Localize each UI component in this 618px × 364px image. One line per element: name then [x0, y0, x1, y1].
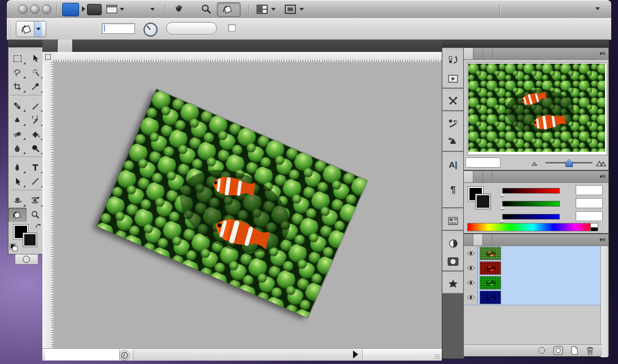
layer-comps-panel-button[interactable] — [442, 212, 464, 230]
tool-presets-panel-button[interactable] — [442, 92, 464, 110]
channel-row-red[interactable] — [464, 261, 602, 276]
rotate-all-windows-checkbox[interactable] — [228, 24, 236, 32]
visibility-toggle[interactable] — [464, 246, 478, 261]
window-resize-grip[interactable] — [434, 354, 440, 359]
tool-brush[interactable] — [27, 99, 45, 113]
tool-pen[interactable] — [8, 160, 27, 174]
tool-preset-dropdown[interactable] — [34, 21, 42, 37]
tab-paths[interactable] — [483, 234, 493, 245]
3d-panel-button[interactable] — [442, 275, 464, 293]
history-panel-button[interactable] — [442, 51, 464, 69]
status-menu-arrow[interactable] — [353, 350, 358, 358]
tab-clown-fish[interactable] — [58, 40, 73, 52]
tab-color[interactable] — [464, 171, 473, 182]
channel-row-rgb[interactable] — [464, 246, 602, 261]
spectrum-bw-swatches[interactable] — [590, 223, 598, 231]
red-value-field[interactable] — [576, 185, 603, 195]
visibility-toggle[interactable] — [464, 261, 478, 275]
tool-3d-rotate[interactable] — [8, 194, 27, 208]
red-slider-thumb[interactable] — [500, 193, 504, 196]
zoom-out-icon[interactable] — [532, 161, 538, 166]
navigator-zoom-field[interactable] — [465, 157, 501, 168]
reset-view-button[interactable] — [166, 22, 217, 35]
toolbar-collapse-header[interactable] — [8, 40, 46, 47]
arrange-dropdown-arrow[interactable] — [271, 8, 276, 11]
current-tool-preset-button[interactable] — [16, 21, 46, 37]
blue-slider-thumb[interactable] — [500, 219, 504, 222]
tab-swatches[interactable] — [473, 171, 483, 182]
tab-navigator[interactable] — [464, 48, 473, 59]
actions-panel-button[interactable] — [442, 69, 464, 87]
zoom-tool-icon[interactable] — [201, 4, 211, 14]
panel-menu-icon[interactable]: ▾≡ — [599, 48, 608, 59]
zoom-dropdown-arrow[interactable] — [150, 8, 155, 11]
window-minimize-button[interactable] — [30, 5, 40, 14]
navigator-preview[interactable] — [467, 63, 607, 155]
tool-rectangular-marquee[interactable] — [8, 51, 27, 65]
tool-crop[interactable] — [8, 80, 27, 94]
panel-dock-collapse-header[interactable] — [463, 40, 609, 47]
green-slider-thumb[interactable] — [500, 206, 504, 209]
screen-mode-dropdown-arrow[interactable] — [299, 8, 304, 11]
canvas-viewport[interactable] — [54, 62, 442, 348]
brushes-panel-button[interactable] — [442, 115, 464, 133]
tool-type[interactable] — [27, 160, 45, 174]
tab-layers[interactable] — [464, 234, 473, 245]
tab-styles[interactable] — [483, 171, 493, 182]
green-slider[interactable] — [502, 201, 560, 207]
extras-dropdown-arrow[interactable] — [120, 8, 124, 11]
options-bar-grip[interactable] — [8, 20, 12, 37]
tool-magic-wand[interactable] — [27, 65, 45, 80]
blue-value-field[interactable] — [576, 211, 603, 221]
status-zoom-field[interactable] — [45, 349, 120, 360]
delete-channel-button[interactable] — [586, 346, 594, 355]
window-zoom-button[interactable] — [42, 5, 51, 14]
new-channel-button[interactable] — [570, 346, 579, 355]
green-value-field[interactable] — [576, 198, 603, 208]
arrange-documents-icon[interactable] — [256, 5, 268, 14]
quick-mask-button[interactable] — [15, 254, 38, 265]
panel-menu-icon[interactable]: ▾≡ — [599, 234, 608, 245]
background-color-swatch[interactable] — [23, 233, 37, 247]
adjustments-panel-button[interactable] — [442, 234, 464, 252]
tab-histogram[interactable] — [473, 48, 483, 59]
tool-3d-orbit[interactable] — [27, 194, 45, 208]
channel-row-green[interactable] — [464, 275, 602, 291]
launch-bridge-button[interactable] — [87, 4, 102, 15]
channels-scrollbar[interactable] — [600, 246, 608, 357]
panel-menu-icon[interactable]: ▾≡ — [599, 171, 608, 182]
tool-blur[interactable] — [8, 141, 27, 155]
tool-line-shape[interactable] — [27, 174, 45, 188]
tool-eraser[interactable] — [8, 127, 27, 141]
rotation-dial[interactable] — [143, 23, 158, 37]
blue-slider[interactable] — [502, 214, 560, 220]
tool-zoom[interactable] — [27, 208, 45, 222]
paragraph-panel-button[interactable]: ¶ — [442, 173, 464, 207]
slider-thumb[interactable] — [565, 159, 573, 167]
navigator-zoom-slider[interactable] — [545, 162, 593, 164]
tool-move[interactable] — [27, 51, 45, 65]
rotated-document-image[interactable] — [97, 89, 367, 318]
channel-row-blue[interactable] — [464, 290, 602, 305]
ruler-origin-corner[interactable] — [42, 52, 54, 63]
rotation-angle-input[interactable] — [102, 23, 135, 34]
hand-tool-icon[interactable] — [174, 4, 185, 14]
whats-new-dropdown-arrow[interactable] — [595, 7, 600, 10]
tool-burn[interactable] — [27, 141, 45, 155]
tool-eyedropper[interactable] — [27, 80, 45, 94]
red-slider[interactable] — [502, 188, 560, 194]
tool-path-selection[interactable] — [8, 174, 27, 188]
save-selection-as-channel-button[interactable] — [553, 346, 563, 355]
clone-source-panel-button[interactable] — [442, 133, 464, 151]
document-size-info[interactable] — [133, 349, 363, 360]
screen-mode-icon[interactable] — [285, 5, 296, 14]
color-spectrum-ramp[interactable] — [467, 223, 598, 231]
swap-colors-icon[interactable] — [35, 223, 42, 230]
load-selection-button[interactable] — [537, 346, 546, 355]
visibility-toggle[interactable] — [464, 275, 478, 290]
tab-channels[interactable] — [473, 234, 483, 245]
tool-spot-healing-brush[interactable] — [8, 99, 27, 113]
tab-golden-palace[interactable] — [42, 40, 58, 52]
tool-gradient[interactable] — [27, 127, 45, 141]
tool-lasso[interactable] — [8, 65, 27, 80]
